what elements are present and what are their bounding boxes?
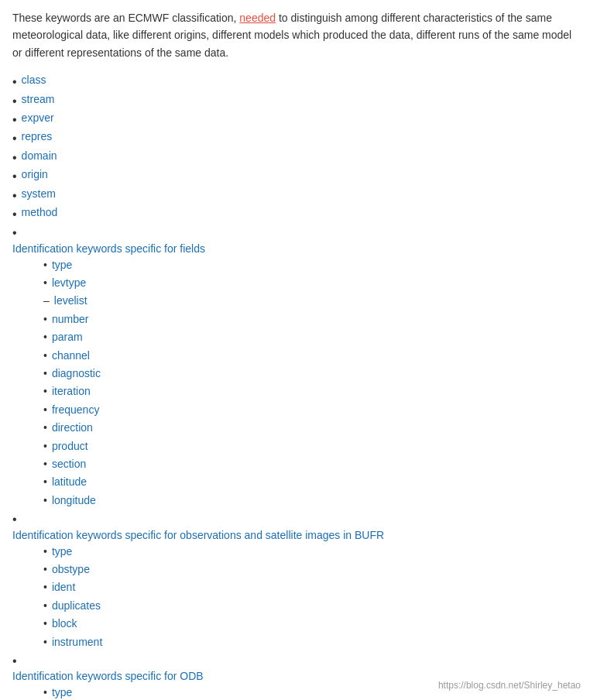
field-levelist-item: levelist: [43, 292, 101, 309]
section-fields-link[interactable]: Identification keywords specific for fie…: [12, 242, 205, 255]
bufr-duplicates-link[interactable]: duplicates: [52, 597, 101, 614]
field-latitude-item: latitude: [43, 473, 101, 490]
section-fields-header: Identification keywords specific for fie…: [12, 225, 578, 510]
top-item-domain: domain: [12, 149, 578, 166]
field-levelist-link[interactable]: levelist: [54, 292, 87, 309]
field-latitude-link[interactable]: latitude: [52, 473, 87, 490]
bufr-obstype-link[interactable]: obstype: [52, 561, 90, 578]
top-link-origin[interactable]: origin: [22, 168, 48, 180]
top-link-class[interactable]: class: [22, 74, 46, 86]
top-item-system: system: [12, 187, 578, 204]
odb-type-link[interactable]: type: [52, 684, 72, 700]
top-link-domain[interactable]: domain: [22, 149, 57, 162]
top-link-expver[interactable]: expver: [22, 112, 54, 124]
top-link-repres[interactable]: repres: [22, 130, 53, 142]
bufr-ident-link[interactable]: ident: [52, 578, 75, 595]
top-item-origin: origin: [12, 168, 578, 185]
section-fields-list: type levtype levelist number param chann…: [12, 256, 101, 510]
field-channel-link[interactable]: channel: [52, 347, 90, 364]
field-param-link[interactable]: param: [52, 328, 83, 345]
bufr-type-link[interactable]: type: [52, 543, 72, 560]
section-odb-header: Identification keywords specific for ODB…: [12, 653, 578, 700]
field-levtype-link[interactable]: levtype: [52, 274, 86, 291]
field-number-link[interactable]: number: [52, 311, 88, 328]
top-item-method: method: [12, 206, 578, 223]
field-product-link[interactable]: product: [52, 438, 88, 455]
field-iteration-link[interactable]: iteration: [52, 383, 91, 400]
field-iteration-item: iteration: [43, 383, 101, 400]
odb-type-item: type: [43, 684, 101, 700]
field-type-link[interactable]: type: [52, 256, 72, 273]
top-list: class stream expver repres domain origin…: [12, 74, 578, 700]
bufr-duplicates-item: duplicates: [43, 597, 102, 614]
bufr-block-link[interactable]: block: [52, 615, 77, 632]
field-levtype-item: levtype: [43, 274, 101, 291]
field-diagnostic-link[interactable]: diagnostic: [52, 365, 101, 382]
field-longitude-item: longitude: [43, 492, 101, 509]
top-item-repres: repres: [12, 130, 578, 147]
field-frequency-link[interactable]: frequency: [52, 401, 99, 418]
bufr-obstype-item: obstype: [43, 561, 102, 578]
top-item-class: class: [12, 74, 578, 91]
field-direction-link[interactable]: direction: [52, 419, 93, 436]
field-longitude-link[interactable]: longitude: [52, 492, 96, 509]
bufr-ident-item: ident: [43, 578, 102, 595]
field-section-link[interactable]: section: [52, 455, 86, 472]
field-diagnostic-item: diagnostic: [43, 365, 101, 382]
field-number-item: number: [43, 311, 101, 328]
watermark: https://blog.csdn.net/Shirley_hetao: [438, 680, 581, 691]
field-channel-item: channel: [43, 347, 101, 364]
top-link-stream[interactable]: stream: [22, 93, 55, 105]
section-odb-link[interactable]: Identification keywords specific for ODB: [12, 670, 204, 682]
field-type-item: type: [43, 256, 101, 273]
section-bufr-header: Identification keywords specific for obs…: [12, 511, 578, 651]
intro-paragraph: These keywords are an ECMWF classificati…: [12, 9, 578, 61]
field-param-item: param: [43, 328, 101, 345]
top-link-method[interactable]: method: [22, 206, 58, 218]
field-frequency-item: frequency: [43, 401, 101, 418]
bufr-block-item: block: [43, 615, 102, 632]
top-item-expver: expver: [12, 112, 578, 129]
intro-text: These keywords are an ECMWF classificati…: [12, 9, 578, 61]
bufr-instrument-item: instrument: [43, 633, 102, 650]
top-item-stream: stream: [12, 93, 578, 110]
highlight-needed: needed: [239, 12, 276, 24]
field-section-item: section: [43, 455, 101, 472]
section-bufr-link[interactable]: Identification keywords specific for obs…: [12, 529, 384, 541]
bufr-instrument-link[interactable]: instrument: [52, 633, 102, 650]
section-odb-list: type reporttype obsgroup time date filte…: [12, 684, 101, 700]
bufr-type-item: type: [43, 543, 102, 560]
field-product-item: product: [43, 438, 101, 455]
field-direction-item: direction: [43, 419, 101, 436]
section-bufr-list: type obstype ident duplicates block inst…: [12, 543, 102, 651]
top-link-system[interactable]: system: [22, 187, 56, 200]
